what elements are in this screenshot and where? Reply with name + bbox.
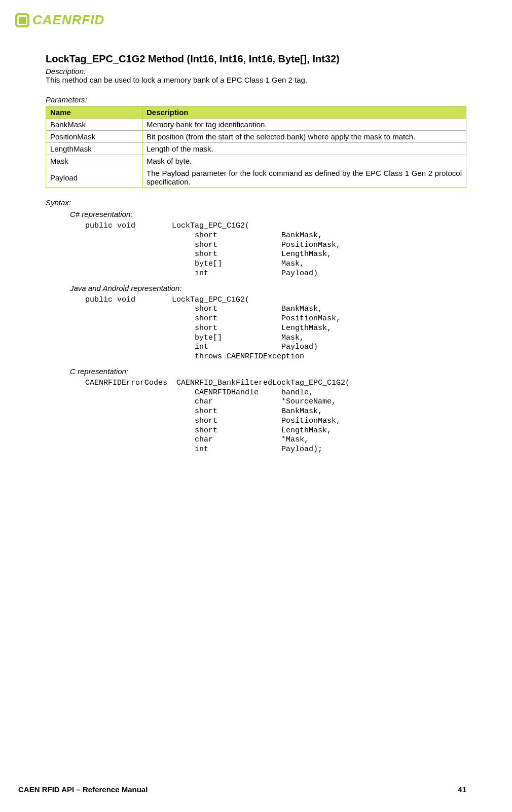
param-name: BankMask — [46, 119, 142, 131]
param-desc: Bit position (from the start of the sele… — [142, 131, 466, 143]
footer-left: CAEN RFID API – Reference Manual — [18, 785, 148, 794]
parameters-label: Parameters: — [46, 95, 466, 104]
table-head-name: Name — [46, 106, 142, 119]
syntax-label: Syntax: — [46, 198, 466, 207]
parameters-table: Name Description BankMask Memory bank fo… — [46, 106, 466, 188]
footer-page-number: 41 — [458, 785, 466, 794]
description-label: Description: — [46, 67, 466, 76]
table-row: Payload The Payload parameter for the lo… — [46, 167, 466, 188]
table-row: PositionMask Bit position (from the star… — [46, 131, 466, 143]
table-head-desc: Description — [142, 106, 466, 119]
csharp-label: C# representation: — [70, 210, 466, 218]
method-title: LockTag_EPC_C1G2 Method (Int16, Int16, I… — [46, 53, 466, 65]
page-footer: CAEN RFID API – Reference Manual 41 — [18, 785, 466, 794]
table-row: Mask Mask of byte. — [46, 155, 466, 167]
java-label: Java and Android representation: — [70, 284, 466, 292]
c-code: CAENRFIDErrorCodes CAENRFID_BankFiltered… — [85, 379, 466, 455]
brand-text: CAENRFID — [32, 12, 104, 28]
logo-icon — [15, 13, 29, 27]
param-desc: Length of the mask. — [142, 143, 466, 155]
param-name: PositionMask — [46, 131, 142, 143]
param-name: LengthMask — [46, 143, 142, 155]
java-code: public void LockTag_EPC_C1G2( short Bank… — [85, 296, 466, 362]
c-label: C representation: — [70, 367, 466, 376]
table-row: LengthMask Length of the mask. — [46, 143, 466, 155]
param-desc: Memory bank for tag identificantion. — [142, 119, 466, 131]
param-desc: Mask of byte. — [142, 155, 466, 167]
param-name: Payload — [46, 167, 142, 188]
param-name: Mask — [46, 155, 142, 167]
param-desc: The Payload parameter for the lock comma… — [142, 167, 466, 188]
table-row: BankMask Memory bank for tag identifican… — [46, 119, 466, 131]
description-text: This method can be used to lock a memory… — [46, 76, 466, 84]
brand-logo: CAENRFID — [15, 12, 466, 28]
csharp-code: public void LockTag_EPC_C1G2( short Bank… — [85, 222, 466, 279]
